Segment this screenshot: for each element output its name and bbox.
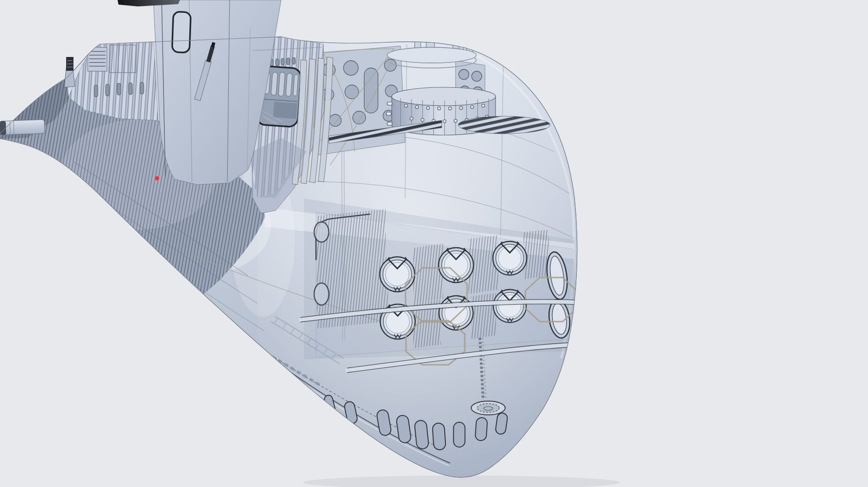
torpedo-nose	[314, 283, 329, 305]
submarine-render	[0, 0, 868, 487]
flanged-ring-opening	[471, 401, 505, 415]
torpedo-nose	[314, 222, 329, 242]
cad-viewport[interactable]	[0, 0, 868, 487]
red-reference-marker	[155, 176, 159, 181]
sail-window	[172, 11, 191, 52]
